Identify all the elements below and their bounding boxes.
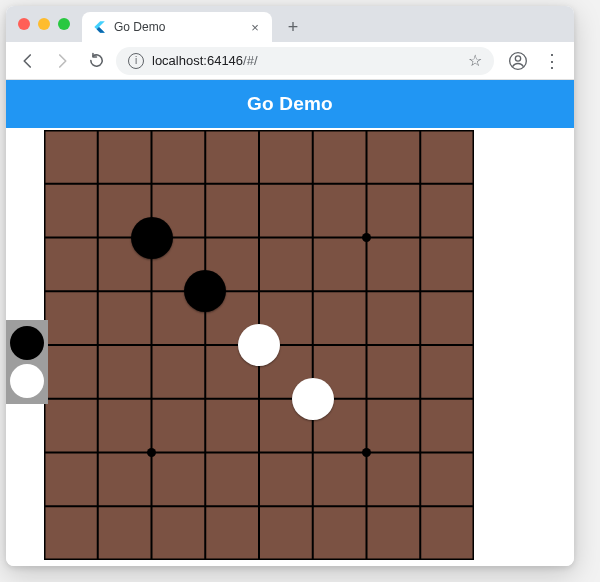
window-close-button[interactable] bbox=[18, 18, 30, 30]
tab-close-button[interactable]: × bbox=[248, 20, 262, 34]
reload-button[interactable] bbox=[82, 47, 110, 75]
go-board[interactable] bbox=[44, 130, 474, 560]
window-controls bbox=[18, 18, 70, 30]
browser-window: Go Demo × + i localhost:64146/#/ ☆ ⋮ bbox=[6, 6, 574, 566]
window-maximize-button[interactable] bbox=[58, 18, 70, 30]
url-text: localhost:64146/#/ bbox=[152, 53, 460, 68]
bookmark-star-icon[interactable]: ☆ bbox=[468, 51, 482, 70]
menu-button[interactable]: ⋮ bbox=[538, 47, 566, 75]
stone-picker bbox=[6, 320, 48, 404]
picker-black-stone[interactable] bbox=[10, 326, 44, 360]
app-bar: Go Demo bbox=[6, 80, 574, 128]
tab-bar: Go Demo × + bbox=[6, 6, 574, 42]
browser-tab[interactable]: Go Demo × bbox=[82, 12, 272, 42]
address-bar: i localhost:64146/#/ ☆ ⋮ bbox=[6, 42, 574, 80]
white-stone[interactable] bbox=[292, 378, 334, 420]
svg-point-1 bbox=[515, 55, 520, 60]
window-minimize-button[interactable] bbox=[38, 18, 50, 30]
forward-button[interactable] bbox=[48, 47, 76, 75]
site-info-icon[interactable]: i bbox=[128, 53, 144, 69]
svg-point-24 bbox=[362, 448, 371, 457]
back-button[interactable] bbox=[14, 47, 42, 75]
app-viewport: Go Demo bbox=[6, 80, 574, 566]
black-stone[interactable] bbox=[131, 217, 173, 259]
new-tab-button[interactable]: + bbox=[280, 14, 306, 40]
black-stone[interactable] bbox=[184, 270, 226, 312]
toolbar-right: ⋮ bbox=[500, 47, 566, 75]
white-stone[interactable] bbox=[238, 324, 280, 366]
svg-point-23 bbox=[147, 448, 156, 457]
url-input[interactable]: i localhost:64146/#/ ☆ bbox=[116, 47, 494, 75]
svg-point-22 bbox=[362, 233, 371, 242]
board-area bbox=[6, 128, 574, 566]
picker-white-stone[interactable] bbox=[10, 364, 44, 398]
app-title: Go Demo bbox=[247, 93, 333, 115]
profile-avatar-icon[interactable] bbox=[504, 47, 532, 75]
tab-title: Go Demo bbox=[114, 20, 240, 34]
flutter-favicon-icon bbox=[92, 20, 106, 34]
